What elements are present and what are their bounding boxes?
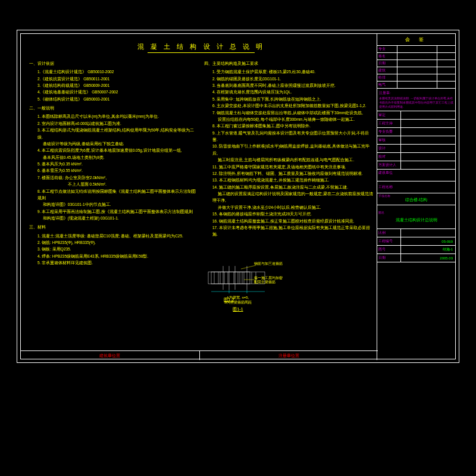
footer-row: 图号结施-1 [377,246,455,254]
sec2-item: 6. 基本雪压为0.55 kN/m². [37,167,198,174]
figure-1-2: 钢筋与加三道箍筋 每一施工层均加密 配同主梁箍筋 图1-2 [205,263,283,303]
arch-seal-cell: 建筑章位置 [21,351,200,360]
sec1-item: 3.《建筑结构荷载规范》 GB50009-2001 [37,82,198,89]
fig2-leader3: 配同主梁箍筋 [254,280,275,284]
section-2-head: 二、一般说明 [29,105,198,112]
sec3-item: 2. 钢筋: HPB235(Φ), HRB335(Φ). [37,239,198,246]
sign-row: 审核 [377,136,455,145]
tb-value: 2005.03 [401,254,455,262]
sec2-item: 1. 本图纸除标高及总尺寸以米(m)为单位,其余均以毫米(mm)为单位. [37,113,198,120]
tb-value [401,161,455,169]
footer-row: 比例 [377,229,455,237]
stamp-area: 注册章: 本图纸及其说明或说明: 一切权利属于设计单位所有,未经书面允许不得复制… [377,89,455,111]
sec2-item: 3. 本工程结构形式为现浇钢筋混凝土框架结构,结构使用年限为50年,结构安全等级… [37,127,198,140]
sign-row: 审定 [377,111,455,120]
sec2-item: 基本风压值0.45,场地土类别为II类. [37,154,198,161]
footer-row: 工程编号05-069 [377,237,455,246]
tb-label: 工程主持 [377,120,401,127]
section-3-head: 三、材料 [29,224,198,231]
sec3-item: 3. 钢板: 采用Q235. [37,246,198,252]
sec4-item: 15. 各钢筋的搭接端应作割裂土浇注完成28天方可开挖. [212,211,373,217]
section-1-head: 一、设计依据 [29,60,198,67]
fig2-leader2: 每一施工层均加密 [254,276,283,280]
sec1-item: 5.《砌体结构设计规范》 GB50003-2001 [37,96,198,102]
sec4-item: 8. 本工程门窗过梁按标准图集施工,图中另有说明除外. [212,123,373,129]
drawing-name-label: 图名 [378,211,384,214]
stamp-label: 注册章: [379,90,453,95]
sec4-item: 5. 采用集中: 短跨钢筋放在下面,长跨钢筋放在短跨钢筋之上. [212,96,373,102]
sec2-item: 4. 本工程抗震设防烈度为6度,设计基本地震加速度值0.05g,设计地震分组第一… [37,147,198,154]
tb-label: 校对 [377,153,401,161]
sec1-item: 1.《混凝土结构设计规范》 GB50010-2002 [37,68,198,75]
sec4-item: 4. 在框架填充墙长度范围内设墙压顶为1QL. [212,89,373,95]
tb-value [397,82,437,88]
sub-value: 综合楼-结构 [405,198,427,203]
build-unit-label: 建设单位 [378,170,393,176]
fig2-label: 图1-2 [205,297,253,303]
cosign-row: 建筑 [377,67,455,74]
tb-label: 设计 [377,145,401,152]
tb-value [397,67,437,74]
tb-label: 签名 [377,53,397,60]
sec4-item: 施工缝的设置应满足结构设计说明及国家规范的一般规定;梁在二次浇筑前应按规范清理干… [212,190,373,204]
cosign-row: 给排 [377,74,455,82]
drawing-sheet: 混 凝 土 结 构 设 计 总 说 明 一、设计依据 1.《混凝土结构设计规范》… [17,30,459,363]
sec4-item: 11. 施工中应严格遵守国家规范有关规定,及场地相关图纸中有关注意事项. [212,164,373,170]
cosign-row: 专业 [377,46,455,53]
tb-value [401,229,455,237]
sec2-item: 9. 本工程采用平面画法绘制施工图,按《混凝土结构施工图平面整体表示方法制图规则 [37,208,198,215]
drawing-name-value: 混凝土结构设计总说明 [396,218,437,223]
sec4-item: 16. 钢筋混凝土结构应整套施工,按正常施工图校对核查后需经原设计核准同意. [212,218,373,224]
tb-value [397,46,437,52]
sec4-item: 7. 钢筋混凝土柱与砌体交接处应留出拉等筋,从砌体中部或距楼面下30mm处设负筋… [212,109,373,116]
tb-value: 结施-1 [401,246,455,253]
sec1-item: 4.《建筑地基基础设计规范》 GB50007-2002 [37,89,198,95]
tb-value [401,128,455,136]
tb-value [401,136,455,144]
tb-value [401,111,455,119]
detail-figures: b为梁宽, n=5, S为主梁箍筋间距 图1-1 [205,263,366,352]
tb-label: 审定 [377,111,401,119]
sec4-item: 2. 钢筋的锚固及搭接长度见03G101-1. [212,76,373,82]
tb-label: 建筑 [377,67,397,74]
sheet-border: 混 凝 土 结 构 设 计 总 说 明 一、设计依据 1.《混凝土结构设计规范》… [20,33,456,359]
tb-label: 工程编号 [377,237,401,245]
tb-label: 比例 [377,229,401,237]
fig2-leader1: 钢筋与加三道箍筋 [254,262,283,266]
tb-label: 日期 [377,254,401,262]
tb-label: 专业 [377,46,397,52]
title-underline [148,52,255,53]
sign-row: 方案设计人 [377,161,455,170]
cosign-row: 日期 [377,60,455,67]
sec4-item: 10. 防雷接地由下引上作标准(或水平)钢筋用直接焊接,直到基础底,具体做法与施… [212,143,373,156]
section-4-head: 四、主要结构构造及施工要求 [204,60,373,67]
svg-line-21 [241,265,256,269]
tb-label: 专业负责 [377,128,401,136]
svg-rect-13 [208,272,250,284]
cosign-head: 会 签 [377,34,455,46]
sec3-item: 5. 非承重墙体材料详见建筑图. [37,259,198,266]
tb-value [397,60,437,67]
drawing-title: 混 凝 土 结 构 设 计 总 说 明 [29,42,373,51]
tb-label: 电气 [377,82,397,88]
sec4-item: 17. 本设计未考虑冬季雨季施工措施,施工单位应根据实际有关施工规范正常采取必要… [212,224,373,238]
tb-value [397,74,437,81]
sec4-item: 设置拉结筋在内每50处,每个端部中长度300mm,与墙身一致随砌体一起施工. [212,116,373,123]
sec2-item: 不上人屋面 0.5kN/m². [37,181,198,187]
right-column: 四、主要结构构造及施工要求 1. 受力钢筋混凝土保护层厚度: 楼板15,梁25,… [204,58,373,267]
sec2-item: 和构造详图》03G101-1中的节点施工. [37,201,198,208]
sec4-item: 12. 除注明外,所有钢筋下料、锚固、施工质量及施工验收均应做到有规范说明标准. [212,170,373,177]
sec4-item: 并做大于设置干净,浇水至少24小时以后,检查确认后施工. [212,204,373,211]
sec4-item: 13. 本工程钢筋材料均为现浇混凝土,并按施工规范操作精细施工. [212,177,373,183]
seal-row: 建筑章位置 注册章位置 [21,350,378,360]
tb-label: 图号 [377,246,401,253]
tb-label: 审核 [377,136,401,144]
tb-value: 05-069 [401,237,455,245]
reg-seal-cell: 注册章位置 [200,351,378,360]
tb-value [401,145,455,152]
sec4-item: 6. 主次梁交接处,本设计图中未示出的支座处所加附加箍筋数量如下图,按梁见图1-… [212,102,373,109]
sec2-item: 和构造详图》(现浇混凝土框架) 03G101-1. [37,215,198,221]
sec2-item: 8. 本工程节点做法如无特殊说明按国标图集《混凝土结构施工图平面整体表示方法制图… [37,188,198,202]
main-content: 混 凝 土 结 构 设 计 总 说 明 一、设计依据 1.《混凝土结构设计规范》… [21,34,378,360]
sec2-item: 2. 室内设计地面标高±0.000以建筑施工图为准. [37,120,198,127]
